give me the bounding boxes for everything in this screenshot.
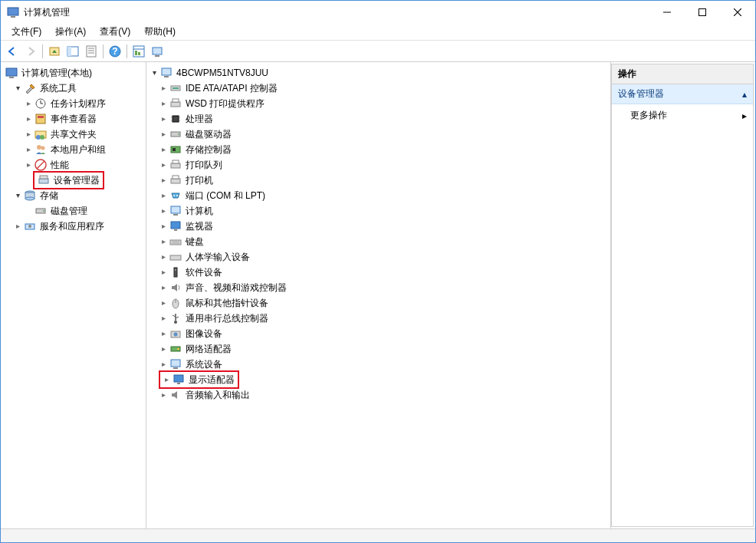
tree-system-tools[interactable]: 系统工具 [2,81,144,96]
expander-icon[interactable] [159,344,168,354]
device-monitors[interactable]: 监视器 [148,219,609,234]
expander-icon[interactable] [159,252,168,262]
menu-file[interactable]: 文件(F) [5,24,48,40]
svg-rect-9 [87,46,96,57]
expander-icon[interactable] [24,114,33,123]
refresh-button[interactable] [149,43,166,60]
expander-icon[interactable] [159,268,168,277]
expander-icon[interactable] [159,160,168,169]
device-imaging[interactable]: 图像设备 [148,326,609,341]
expander-icon[interactable] [159,130,168,139]
up-button[interactable] [46,43,63,60]
device-computer[interactable]: 计算机 [148,203,609,219]
expander-icon[interactable] [24,130,33,139]
tree-event-viewer[interactable]: 事件查看器 [2,111,144,127]
expander-icon[interactable] [24,145,33,154]
svg-rect-66 [173,214,178,216]
device-print-queue[interactable]: 打印队列 [148,157,609,173]
svg-rect-48 [171,102,180,107]
svg-point-30 [40,135,44,140]
hid-icon [169,251,182,263]
expander-icon[interactable] [24,160,33,169]
tree-services-apps[interactable]: 服务和应用程序 [2,219,144,234]
expander-icon[interactable] [159,206,168,216]
device-system[interactable]: 系统设备 [148,357,609,372]
monitor-icon [169,220,182,232]
actions-section-title[interactable]: 设备管理器 ▴ [612,84,753,104]
svg-rect-26 [36,114,45,123]
expander-icon[interactable] [159,114,168,123]
device-printers[interactable]: 打印机 [148,173,609,188]
forward-button[interactable] [22,43,39,60]
device-root[interactable]: 4BCWPM51NTV8JUU [148,65,609,81]
device-software-dev[interactable]: 软件设备 [148,265,609,280]
maximize-button[interactable] [685,1,720,24]
device-hid[interactable]: 人体学输入设备 [148,249,609,265]
device-display-adapter[interactable]: 显示适配器 [148,372,609,387]
tree-disk-management[interactable]: 磁盘管理 [2,203,144,219]
svg-rect-59 [171,163,180,168]
device-network[interactable]: 网络适配器 [148,341,609,357]
menu-view[interactable]: 查看(V) [94,24,136,40]
expander-icon[interactable] [159,390,168,400]
expander-icon[interactable] [159,237,168,246]
back-button[interactable] [4,43,21,60]
svg-rect-72 [170,255,181,260]
device-usb[interactable]: 通用串行总线控制器 [148,311,609,326]
tree-local-users[interactable]: 本地用户和组 [2,142,144,157]
console-tree-pane[interactable]: 计算机管理(本地) 系统工具 任务计划程序 事件查看器 共享文件夹 [1,62,146,528]
services-apps-icon [24,220,36,232]
actions-more[interactable]: 更多操作 ▸ [612,104,753,127]
tree-root-computer-management[interactable]: 计算机管理(本地) [2,65,144,81]
expander-icon[interactable] [13,222,22,231]
menu-help[interactable]: 帮助(H) [138,24,182,40]
expander-icon[interactable] [150,68,159,77]
show-hide-tree-button[interactable] [64,43,81,60]
expander-icon[interactable] [13,84,22,93]
expander-icon[interactable] [159,176,168,185]
svg-rect-68 [174,229,177,231]
expander-icon[interactable] [159,99,168,108]
actions-header: 操作 [612,64,753,84]
expander-icon[interactable] [159,314,168,323]
help-button[interactable]: ? [107,43,123,60]
ports-icon [169,189,182,202]
device-cpu[interactable]: 处理器 [148,111,609,127]
tree-performance[interactable]: 性能 [2,157,144,173]
device-sound[interactable]: 声音、视频和游戏控制器 [148,280,609,295]
close-button[interactable] [720,1,755,24]
printer-icon [169,174,182,186]
device-storage-ctrl[interactable]: 存储控制器 [148,142,609,157]
properties-button[interactable] [83,43,100,60]
menu-action[interactable]: 操作(A) [49,24,92,40]
expander-icon[interactable] [159,84,168,93]
expander-icon[interactable] [159,283,168,292]
device-audio-io[interactable]: 音频输入和输出 [148,387,609,403]
device-mice[interactable]: 鼠标和其他指针设备 [148,295,609,311]
tree-device-manager[interactable]: 设备管理器 [2,173,144,188]
expander-icon[interactable] [159,360,168,369]
view-mode-button[interactable] [130,43,147,60]
svg-rect-35 [39,179,48,183]
device-keyboards[interactable]: 键盘 [148,234,609,249]
expander-icon[interactable] [24,99,33,108]
device-wsd[interactable]: WSD 打印提供程序 [148,96,609,111]
expander-icon[interactable] [159,298,168,308]
device-disk-drives[interactable]: 磁盘驱动器 [148,127,609,142]
tree-task-scheduler[interactable]: 任务计划程序 [2,96,144,111]
tree-shared-folders[interactable]: 共享文件夹 [2,127,144,142]
svg-rect-19 [153,48,162,54]
tree-storage[interactable]: 存储 [2,188,144,203]
computer-icon [160,67,173,79]
expander-icon[interactable] [162,375,171,384]
minimize-button[interactable] [649,1,685,24]
device-ports[interactable]: 端口 (COM 和 LPT) [148,188,609,203]
device-manager-pane[interactable]: 4BCWPM51NTV8JUU IDE ATA/ATAPI 控制器 WSD 打印… [146,62,611,528]
expander-icon[interactable] [159,222,168,231]
expander-icon[interactable] [13,191,22,200]
expander-icon[interactable] [159,329,168,338]
expander-icon[interactable] [159,191,168,200]
expander-icon[interactable] [159,145,168,154]
storage-icon [24,189,36,202]
device-ide[interactable]: IDE ATA/ATAPI 控制器 [148,81,609,96]
